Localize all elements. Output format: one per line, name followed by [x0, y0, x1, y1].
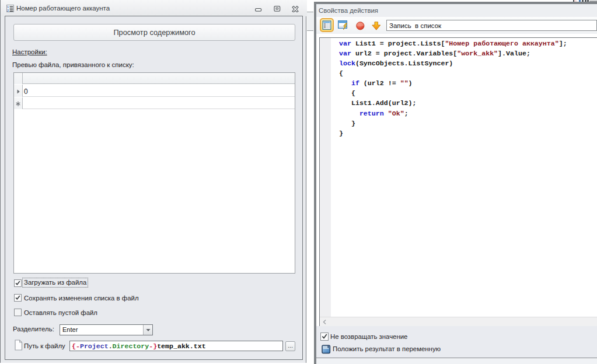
svg-text:2: 2 [7, 9, 9, 12]
